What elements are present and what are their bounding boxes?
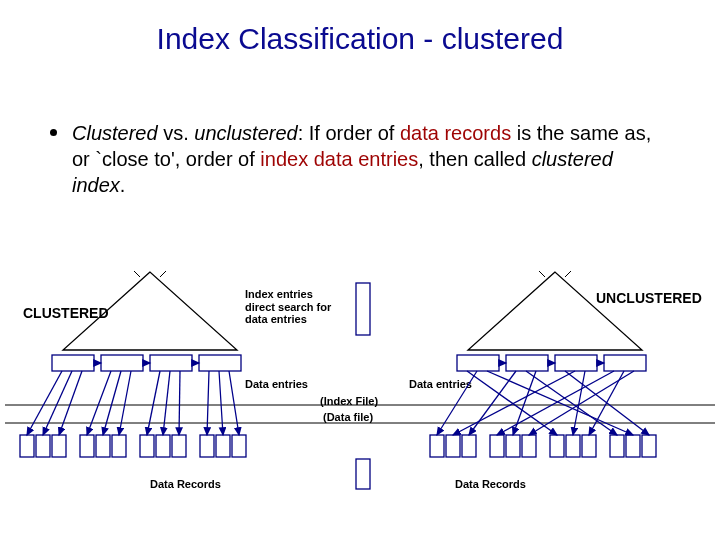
svg-line-30 xyxy=(207,371,209,435)
svg-line-27 xyxy=(147,371,160,435)
svg-line-58 xyxy=(526,371,617,435)
left-tree xyxy=(63,272,237,350)
svg-rect-18 xyxy=(200,435,214,457)
svg-rect-5 xyxy=(199,355,241,371)
svg-rect-9 xyxy=(20,435,34,457)
svg-rect-44 xyxy=(462,435,476,457)
svg-rect-20 xyxy=(232,435,246,457)
svg-line-1 xyxy=(160,271,166,277)
svg-rect-47 xyxy=(522,435,536,457)
svg-line-59 xyxy=(513,371,536,435)
svg-line-23 xyxy=(59,371,82,435)
svg-line-62 xyxy=(573,371,585,435)
index-entries-bar xyxy=(356,283,370,335)
svg-rect-51 xyxy=(610,435,624,457)
right-leaf-nodes xyxy=(457,355,646,371)
svg-rect-46 xyxy=(506,435,520,457)
left-leaf-nodes xyxy=(52,355,241,371)
right-data-records xyxy=(430,435,656,457)
svg-line-22 xyxy=(43,371,72,435)
svg-rect-10 xyxy=(36,435,50,457)
svg-rect-36 xyxy=(506,355,548,371)
right-mapping-arrows xyxy=(437,371,649,435)
svg-line-29 xyxy=(179,371,180,435)
svg-rect-13 xyxy=(96,435,110,457)
svg-line-34 xyxy=(565,271,571,277)
svg-rect-12 xyxy=(80,435,94,457)
svg-line-31 xyxy=(219,371,223,435)
svg-line-57 xyxy=(469,371,516,435)
svg-rect-4 xyxy=(150,355,192,371)
svg-rect-17 xyxy=(172,435,186,457)
right-tree xyxy=(468,272,642,350)
svg-rect-19 xyxy=(216,435,230,457)
data-records-bar xyxy=(356,459,370,489)
svg-rect-14 xyxy=(112,435,126,457)
svg-rect-42 xyxy=(430,435,444,457)
svg-line-32 xyxy=(229,371,239,435)
left-data-records xyxy=(20,435,246,457)
svg-line-21 xyxy=(27,371,62,435)
svg-rect-2 xyxy=(52,355,94,371)
svg-line-54 xyxy=(467,371,557,435)
svg-rect-53 xyxy=(642,435,656,457)
svg-rect-11 xyxy=(52,435,66,457)
svg-line-0 xyxy=(134,271,140,277)
svg-rect-50 xyxy=(582,435,596,457)
svg-line-33 xyxy=(539,271,545,277)
svg-rect-48 xyxy=(550,435,564,457)
svg-rect-52 xyxy=(626,435,640,457)
left-mapping-arrows xyxy=(27,371,239,435)
svg-rect-43 xyxy=(446,435,460,457)
svg-rect-15 xyxy=(140,435,154,457)
svg-rect-45 xyxy=(490,435,504,457)
svg-rect-3 xyxy=(101,355,143,371)
svg-line-24 xyxy=(87,371,111,435)
svg-rect-35 xyxy=(457,355,499,371)
svg-line-65 xyxy=(529,371,634,435)
svg-rect-16 xyxy=(156,435,170,457)
svg-rect-49 xyxy=(566,435,580,457)
diagram xyxy=(0,0,720,540)
svg-rect-37 xyxy=(555,355,597,371)
svg-line-26 xyxy=(119,371,131,435)
svg-line-25 xyxy=(103,371,121,435)
svg-line-28 xyxy=(163,371,170,435)
svg-rect-38 xyxy=(604,355,646,371)
